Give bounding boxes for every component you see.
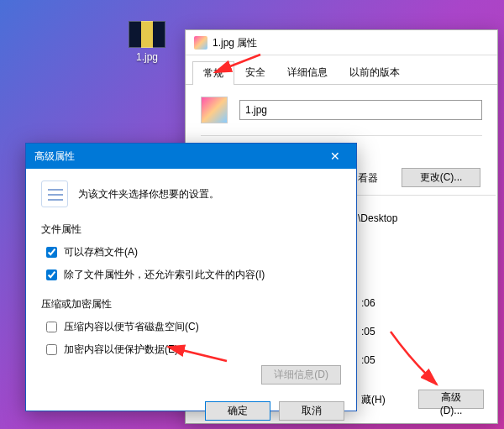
- tab-general[interactable]: 常规: [192, 61, 234, 85]
- tab-details[interactable]: 详细信息: [276, 60, 339, 84]
- time-fragment-1: :06: [361, 297, 375, 309]
- open-with-fragment: 看器: [358, 171, 378, 186]
- compress-checkbox[interactable]: [46, 322, 57, 332]
- settings-list-icon: [41, 180, 68, 207]
- change-button[interactable]: 更改(C)...: [402, 168, 480, 187]
- file-type-icon: [201, 97, 228, 123]
- location-fragment: \Desktop: [358, 212, 397, 224]
- advanced-intro-text: 为该文件夹选择你想要的设置。: [78, 187, 219, 201]
- index-checkbox[interactable]: [46, 269, 57, 280]
- image-icon: [194, 36, 207, 50]
- close-icon[interactable]: ✕: [323, 149, 348, 163]
- ok-button[interactable]: 确定: [205, 401, 270, 421]
- archive-checkbox-row[interactable]: 可以存档文件(A): [46, 245, 341, 259]
- properties-titlebar[interactable]: 1.jpg 属性: [186, 30, 497, 55]
- properties-title-text: 1.jpg 属性: [213, 30, 257, 55]
- advanced-attributes-dialog: 高级属性 ✕ 为该文件夹选择你想要的设置。 文件属性 可以存档文件(A) 除了文…: [25, 143, 357, 411]
- encrypt-checkbox-label: 加密内容以便保护数据(E): [64, 343, 178, 357]
- details-button: 详细信息(D): [261, 365, 341, 385]
- file-attributes-label: 文件属性: [41, 222, 341, 237]
- archive-checkbox-label: 可以存档文件(A): [64, 245, 138, 259]
- time-fragment-2: :05: [361, 326, 375, 337]
- desktop-file-label: 1.jpg: [122, 51, 172, 63]
- advanced-title-text: 高级属性: [34, 149, 75, 164]
- image-thumbnail: [129, 21, 165, 48]
- desktop-file-icon[interactable]: 1.jpg: [122, 21, 172, 63]
- index-checkbox-label: 除了文件属性外，还允许索引此文件的内容(I): [64, 268, 265, 282]
- archive-checkbox[interactable]: [46, 247, 57, 258]
- cancel-button[interactable]: 取消: [279, 401, 344, 421]
- properties-tabs: 常规 安全 详细信息 以前的版本: [186, 55, 497, 85]
- compress-checkbox-label: 压缩内容以便节省磁盘空间(C): [64, 320, 199, 334]
- hidden-attr-fragment: 藏(H): [361, 393, 386, 407]
- compress-checkbox-row[interactable]: 压缩内容以便节省磁盘空间(C): [46, 320, 341, 334]
- encrypt-checkbox-row[interactable]: 加密内容以便保护数据(E): [46, 343, 341, 357]
- advanced-titlebar[interactable]: 高级属性 ✕: [26, 144, 356, 169]
- tab-security[interactable]: 安全: [234, 60, 276, 84]
- tab-previous[interactable]: 以前的版本: [339, 60, 411, 84]
- compress-encrypt-label: 压缩或加密属性: [41, 297, 341, 311]
- encrypt-checkbox[interactable]: [46, 344, 57, 355]
- advanced-button[interactable]: 高级(D)...: [418, 390, 484, 409]
- index-checkbox-row[interactable]: 除了文件属性外，还允许索引此文件的内容(I): [46, 268, 341, 282]
- time-fragment-3: :05: [361, 354, 375, 366]
- filename-input[interactable]: [239, 100, 482, 120]
